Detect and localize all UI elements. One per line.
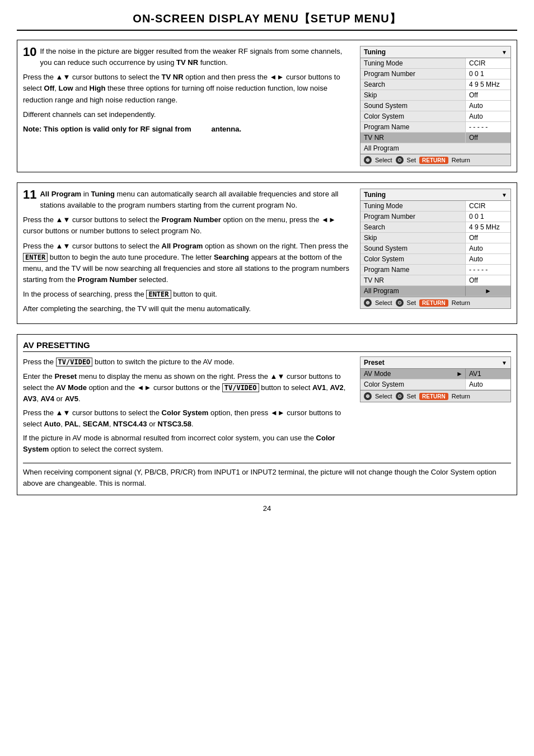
menu-label: Skip (360, 90, 466, 100)
section-number-11: 11 (23, 189, 36, 201)
section-10-text: 10 If the noise in the picture are bigge… (23, 46, 351, 166)
menu-row: Skip Off (360, 233, 510, 243)
menu-label: All Program (360, 143, 510, 153)
menu-value: 0 0 1 (466, 212, 510, 222)
av-content: Press the TV/VIDEO button to switch the … (23, 356, 511, 458)
bottom-note: When receiving component signal (Y, PB/C… (23, 463, 511, 489)
page-number: 24 (17, 504, 517, 513)
down-arrow-icon: ▼ (502, 360, 507, 366)
menu-row: Program Number 0 0 1 (360, 212, 510, 222)
av-text: Press the TV/VIDEO button to switch the … (23, 356, 351, 458)
menu-value: Auto (466, 254, 510, 264)
av-para-2: Enter the Preset menu to display the men… (23, 371, 351, 405)
menu-label: All Program (360, 286, 466, 296)
menu-row: Tuning Mode CCIR (360, 201, 510, 212)
menu-header-3: Preset ▼ (360, 357, 510, 369)
section-11-para-1: All Program in Tuning menu can automatic… (23, 189, 351, 211)
menu-row: All Program (360, 143, 510, 154)
set-label: Set (407, 393, 416, 400)
set-icon: ⊙ (396, 299, 404, 307)
menu-label: Color System (360, 379, 466, 389)
menu-row: Sound System Auto (360, 101, 510, 111)
menu-footer-1: ⊕ Select ⊙ Set RETURN Return (360, 154, 510, 166)
return-label: Return (452, 299, 470, 306)
menu-footer-2: ⊕ Select ⊙ Set RETURN Return (360, 297, 510, 308)
menu-label: Skip (360, 233, 466, 243)
menu-value: Off (466, 133, 510, 143)
section-10-para-3: Different channels can set independently… (23, 109, 351, 120)
menu-row: Program Number 0 0 1 (360, 69, 510, 79)
menu-row-allprogram: All Program ► (360, 286, 510, 297)
av-presetting-section: AV PRESETTING Press the TV/VIDEO button … (17, 334, 517, 495)
page-title: ON-SCREEN DISPLAY MENU【SETUP MENU】 (17, 11, 517, 31)
menu-box-3: Preset ▼ AV Mode ► AV1 Color System Auto… (360, 356, 511, 402)
return-label: Return (452, 157, 470, 163)
menu-header-2: Tuning ▼ (360, 189, 510, 201)
menu-value: Off (466, 233, 510, 243)
menu-label: AV Mode ► (360, 369, 466, 379)
menu-value: 0 0 1 (466, 69, 510, 79)
menu-label: Program Number (360, 212, 466, 222)
set-label: Set (407, 157, 416, 163)
menu-value: CCIR (466, 58, 510, 68)
menu-row: Color System Auto (360, 111, 510, 122)
menu-value: Auto (466, 101, 510, 111)
set-label: Set (407, 299, 416, 306)
menu-title-3: Preset (364, 359, 385, 367)
select-label: Select (375, 393, 392, 400)
menu-value: 4 9 5 MHz (466, 79, 510, 90)
menu-row: Color System Auto (360, 379, 510, 390)
menu-row: Program Name - - - - - (360, 122, 510, 133)
section-11: 11 All Program in Tuning menu can automa… (17, 182, 517, 324)
menu-label: Sound System (360, 101, 466, 111)
return-btn: RETURN (419, 157, 448, 164)
menu-value: AV1 (466, 369, 510, 379)
select-icon: ⊕ (364, 156, 372, 164)
set-icon: ⊙ (396, 156, 404, 164)
menu-header-1: Tuning ▼ (360, 46, 510, 58)
menu-value: Off (466, 275, 510, 285)
select-icon: ⊕ (364, 392, 372, 400)
menu-label: Sound System (360, 243, 466, 253)
down-arrow-icon: ▼ (502, 49, 507, 55)
return-btn: RETURN (419, 393, 448, 400)
av-para-4: If the picture in AV mode is abnormal re… (23, 433, 351, 455)
section-10: 10 If the noise in the picture are bigge… (17, 40, 517, 172)
return-btn: RETURN (419, 299, 448, 307)
section-11-para-5: After completing the searching, the TV w… (23, 303, 351, 314)
menu-value: Auto (466, 243, 510, 253)
menu-box-2: Tuning ▼ Tuning Mode CCIR Program Number… (360, 189, 511, 309)
section-10-diagram: Tuning ▼ Tuning Mode CCIR Program Number… (360, 46, 511, 166)
section-10-para-1: If the noise in the picture are bigger r… (23, 46, 351, 68)
menu-row: Color System Auto (360, 254, 510, 265)
menu-row: Search 4 9 5 MHz (360, 79, 510, 90)
av-section-title: AV PRESETTING (23, 340, 511, 352)
menu-row: Sound System Auto (360, 243, 510, 254)
menu-value: Off (466, 90, 510, 100)
select-icon: ⊕ (364, 299, 372, 307)
menu-row: Skip Off (360, 90, 510, 101)
menu-row: Search 4 9 5 MHz (360, 222, 510, 233)
section-11-text: 11 All Program in Tuning menu can automa… (23, 189, 351, 318)
menu-value: Auto (466, 379, 510, 389)
menu-title-2: Tuning (364, 191, 386, 199)
menu-label: Search (360, 222, 466, 232)
menu-row: Tuning Mode CCIR (360, 58, 510, 69)
av-para-1: Press the TV/VIDEO button to switch the … (23, 356, 351, 368)
menu-value: Auto (466, 111, 510, 121)
menu-value: CCIR (466, 201, 510, 211)
menu-label: Program Name (360, 265, 466, 275)
menu-value: - - - - - (466, 265, 510, 275)
set-icon: ⊙ (396, 392, 404, 400)
section-10-note: Note: This option is valid only for RF s… (23, 124, 351, 135)
section-11-para-3: Press the ▲▼ cursor buttons to select th… (23, 241, 351, 286)
menu-footer-3: ⊕ Select ⊙ Set RETURN Return (360, 390, 510, 402)
section-10-para-2: Press the ▲▼ cursor buttons to select th… (23, 72, 351, 105)
av-para-3: Press the ▲▼ cursor buttons to select th… (23, 407, 351, 430)
menu-box-1: Tuning ▼ Tuning Mode CCIR Program Number… (360, 46, 511, 166)
menu-label: Program Name (360, 122, 466, 132)
menu-row-highlighted: TV NR Off (360, 133, 510, 143)
menu-title-1: Tuning (364, 48, 386, 56)
menu-label: Search (360, 79, 466, 90)
return-label: Return (452, 393, 470, 400)
